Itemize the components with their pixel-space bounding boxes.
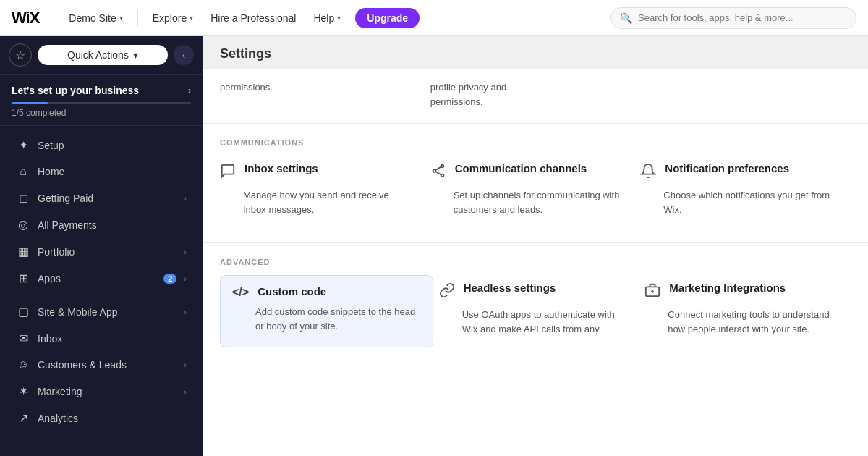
sidebar-collapse-button[interactable]: ‹ <box>174 45 194 65</box>
marketing-int-title: Marketing Integrations <box>669 281 786 295</box>
quick-actions-button[interactable]: Quick Actions ▾ <box>38 45 168 65</box>
top-card-3 <box>640 69 851 109</box>
svg-point-1 <box>433 169 435 172</box>
explore-chevron: ▾ <box>190 14 193 22</box>
communications-section: COMMUNICATIONS Inbox settings Manage how… <box>203 124 868 243</box>
site-name-dropdown[interactable]: Demo Site ▾ <box>63 9 128 27</box>
search-bar[interactable]: 🔍 <box>610 7 856 29</box>
portfolio-icon: ▦ <box>16 245 30 258</box>
notif-prefs-title-row: Notification preferences <box>640 161 833 182</box>
top-nav: WiX Demo Site ▾ Explore ▾ Hire a Profess… <box>0 0 868 36</box>
comm-channels-title: Communication channels <box>455 161 587 176</box>
body-split: ☆ Quick Actions ▾ ‹ Let's set up your bu… <box>0 36 868 456</box>
settings-body: permissions. profile privacy andpermissi… <box>203 69 868 456</box>
sidebar-top: ☆ Quick Actions ▾ ‹ <box>0 36 203 75</box>
getting-paid-chevron: › <box>184 194 187 203</box>
svg-line-4 <box>435 172 441 175</box>
notification-icon <box>640 163 656 182</box>
comm-channels-desc: Set up channels for communicating with c… <box>430 188 624 216</box>
inbox-settings-title-row: Inbox settings <box>220 161 413 182</box>
headless-desc: Use OAuth apps to authenticate with Wix … <box>439 308 628 336</box>
marketing-chevron: › <box>184 387 187 396</box>
svg-point-2 <box>441 174 443 177</box>
page-title: Settings <box>203 36 868 69</box>
help-chevron: ▾ <box>337 14 341 22</box>
notif-prefs-title: Notification preferences <box>665 161 789 176</box>
notification-prefs-card[interactable]: Notification preferences Choose which no… <box>640 156 851 228</box>
home-icon: ⌂ <box>16 165 30 178</box>
apps-chevron: › <box>184 274 187 283</box>
advanced-cards: </> Custom code Add custom code snippets… <box>203 275 868 362</box>
comm-channels-icon <box>430 163 446 182</box>
inbox-settings-title: Inbox settings <box>244 161 318 176</box>
sidebar-item-home[interactable]: ⌂ Home <box>4 159 198 185</box>
headless-title-row: Headless settings <box>439 281 628 302</box>
setup-chevron: › <box>188 85 191 96</box>
customers-icon: ☺ <box>16 358 30 371</box>
nav-divider-1 <box>54 9 54 27</box>
business-setup: Let's set up your business › 1/5 complet… <box>0 75 203 126</box>
sidebar-item-all-payments[interactable]: ◎ All Payments <box>4 211 198 238</box>
communications-cards: Inbox settings Manage how you send and r… <box>203 156 868 243</box>
site-mobile-icon: ▢ <box>16 305 30 318</box>
sidebar-item-setup[interactable]: ✦ Setup <box>4 132 198 159</box>
comm-channels-title-row: Communication channels <box>430 161 624 182</box>
sidebar-item-customers-leads[interactable]: ☺ Customers & Leads › <box>4 352 198 378</box>
headless-title: Headless settings <box>464 281 556 295</box>
marketing-int-icon <box>644 282 660 302</box>
wix-logo: WiX <box>12 9 39 28</box>
business-setup-title[interactable]: Let's set up your business › <box>12 85 191 96</box>
communication-channels-card[interactable]: Communication channels Set up channels f… <box>430 156 641 228</box>
inbox-settings-desc: Manage how you send and receive Inbox me… <box>220 188 413 216</box>
apps-badge: 2 <box>163 274 176 284</box>
marketing-int-desc: Connect marketing tools to understand ho… <box>644 308 833 336</box>
advanced-section: ADVANCED </> Custom code Add custom code… <box>203 243 868 362</box>
favorites-button[interactable]: ☆ <box>9 43 32 67</box>
inbox-settings-icon <box>220 163 236 182</box>
inbox-settings-card[interactable]: Inbox settings Manage how you send and r… <box>220 156 430 228</box>
sidebar: ☆ Quick Actions ▾ ‹ Let's set up your bu… <box>0 36 203 456</box>
custom-code-card[interactable]: </> Custom code Add custom code snippets… <box>220 275 433 347</box>
sidebar-item-portfolio[interactable]: ▦ Portfolio › <box>4 238 198 265</box>
notif-prefs-desc: Choose which notifications you get from … <box>640 188 833 216</box>
nav-divider-2 <box>137 9 138 27</box>
apps-icon: ⊞ <box>16 271 30 285</box>
progress-bar-bg <box>12 102 191 104</box>
top-card-2: profile privacy andpermissions. <box>430 69 641 109</box>
custom-code-icon: </> <box>232 286 249 299</box>
site-name-chevron: ▾ <box>119 14 123 22</box>
custom-code-title: Custom code <box>258 284 326 299</box>
sidebar-item-apps[interactable]: ⊞ Apps 2 › <box>4 265 198 292</box>
hire-professional-link[interactable]: Hire a Professional <box>205 9 302 27</box>
progress-text: 1/5 completed <box>12 108 191 118</box>
custom-code-title-row: </> Custom code <box>232 284 421 299</box>
progress-bar-fill <box>12 102 48 104</box>
sidebar-item-marketing[interactable]: ✶ Marketing › <box>4 378 198 405</box>
inbox-icon: ✉ <box>16 332 30 345</box>
site-mobile-chevron: › <box>184 308 187 316</box>
portfolio-chevron: › <box>184 248 187 256</box>
headless-settings-card[interactable]: Headless settings Use OAuth apps to auth… <box>439 275 645 347</box>
search-icon: 🔍 <box>620 12 632 24</box>
sidebar-item-getting-paid[interactable]: ◻ Getting Paid › <box>4 185 198 211</box>
top-partial-cards: permissions. profile privacy andpermissi… <box>203 69 868 124</box>
marketing-integrations-card[interactable]: Marketing Integrations Connect marketing… <box>644 275 851 347</box>
advanced-label: ADVANCED <box>203 243 868 275</box>
custom-code-desc: Add custom code snippets to the head or … <box>232 305 421 333</box>
explore-menu[interactable]: Explore ▾ <box>147 9 199 27</box>
sidebar-divider-1 <box>12 295 191 295</box>
sidebar-item-analytics[interactable]: ↗ Analytics <box>4 405 198 431</box>
help-menu[interactable]: Help ▾ <box>307 9 346 27</box>
sidebar-item-site-mobile[interactable]: ▢ Site & Mobile App › <box>4 298 198 325</box>
upgrade-button[interactable]: Upgrade <box>355 8 420 28</box>
headless-icon <box>439 282 455 302</box>
all-payments-icon: ◎ <box>16 218 30 232</box>
marketing-icon: ✶ <box>16 384 30 398</box>
search-input[interactable] <box>638 12 847 23</box>
analytics-icon: ↗ <box>16 411 30 425</box>
main-content: Settings permissions. profile privacy an… <box>203 36 868 456</box>
marketing-int-title-row: Marketing Integrations <box>644 281 833 302</box>
getting-paid-icon: ◻ <box>16 191 30 205</box>
svg-point-0 <box>441 165 443 168</box>
sidebar-item-inbox[interactable]: ✉ Inbox <box>4 325 198 352</box>
